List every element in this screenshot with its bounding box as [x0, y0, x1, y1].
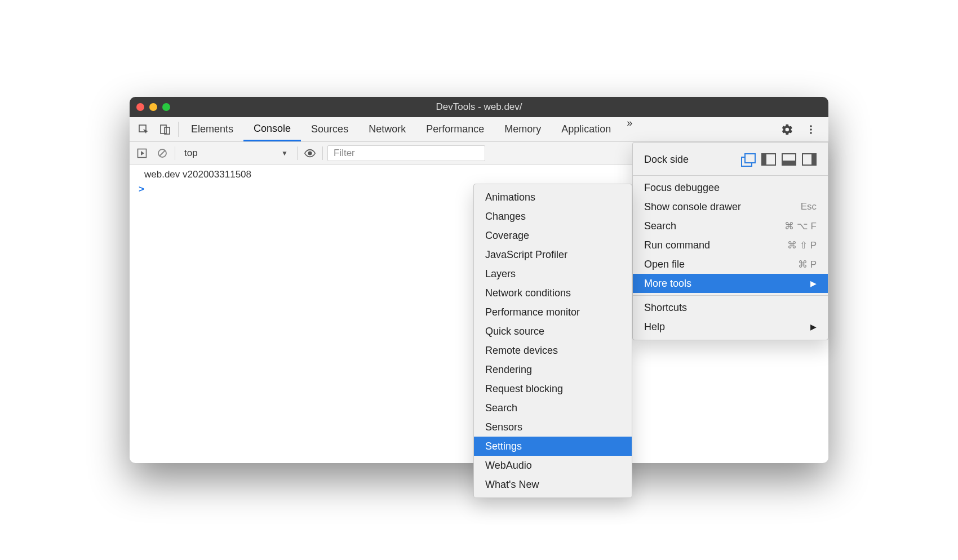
menu-item-label: Shortcuts: [644, 302, 687, 314]
submenu-item-webaudio[interactable]: WebAudio: [474, 456, 632, 475]
more-tabs-icon[interactable]: »: [621, 117, 638, 141]
panel-tabbar: Elements Console Sources Network Perform…: [130, 117, 828, 142]
kebab-menu-icon[interactable]: [800, 125, 822, 135]
device-toolbar-icon[interactable]: [154, 117, 176, 141]
more-tools-submenu: AnimationsChangesCoverageJavaScript Prof…: [473, 184, 632, 498]
menu-item-label: Search: [644, 220, 676, 232]
submenu-item-rendering[interactable]: Rendering: [474, 360, 632, 379]
menu-shortcut: Esc: [801, 201, 817, 212]
dock-side-row: Dock side: [633, 146, 828, 173]
submenu-item-remote-devices[interactable]: Remote devices: [474, 341, 632, 360]
menu-item-label: Run command: [644, 239, 710, 251]
submenu-item-quick-source[interactable]: Quick source: [474, 322, 632, 341]
devtools-window: DevTools - web.dev/ Elements Console Sou…: [130, 97, 828, 463]
submenu-item-label: WebAudio: [485, 460, 532, 472]
dock-left-icon[interactable]: [761, 153, 776, 166]
menu-shortcut: ⌘ ⇧ P: [787, 239, 817, 251]
separator: [175, 146, 175, 160]
submenu-item-sensors[interactable]: Sensors: [474, 417, 632, 437]
submenu-item-label: Sensors: [485, 421, 522, 433]
submenu-item-javascript-profiler[interactable]: JavaScript Profiler: [474, 245, 632, 264]
svg-point-3: [810, 125, 812, 127]
filter-input[interactable]: [327, 145, 485, 161]
submenu-item-label: Quick source: [485, 326, 544, 337]
svg-rect-1: [161, 125, 166, 134]
submenu-item-network-conditions[interactable]: Network conditions: [474, 283, 632, 303]
submenu-item-label: Network conditions: [485, 287, 571, 299]
dropdown-triangle-icon: ▼: [281, 149, 288, 157]
menu-item-label: Show console drawer: [644, 201, 741, 213]
submenu-item-performance-monitor[interactable]: Performance monitor: [474, 303, 632, 322]
separator: [322, 146, 323, 160]
menu-shortcut: ⌘ P: [798, 259, 817, 270]
dock-side-label: Dock side: [644, 154, 689, 166]
submenu-item-label: Search: [485, 402, 517, 414]
window-title: DevTools - web.dev/: [130, 101, 828, 113]
menu-focus-debuggee[interactable]: Focus debuggee: [633, 178, 828, 197]
submenu-item-label: Animations: [485, 192, 535, 203]
play-icon[interactable]: [134, 145, 150, 161]
menu-shortcut: ⌘ ⌥ F: [784, 220, 817, 232]
submenu-item-what-s-new[interactable]: What's New: [474, 475, 632, 494]
close-window-button[interactable]: [136, 103, 144, 111]
tab-application[interactable]: Application: [551, 117, 621, 141]
menu-open-file[interactable]: Open file ⌘ P: [633, 255, 828, 274]
tab-performance[interactable]: Performance: [416, 117, 494, 141]
submenu-item-request-blocking[interactable]: Request blocking: [474, 379, 632, 398]
tab-network[interactable]: Network: [358, 117, 416, 141]
menu-separator: [633, 295, 828, 296]
submenu-item-label: Coverage: [485, 230, 529, 242]
tab-sources[interactable]: Sources: [301, 117, 358, 141]
submenu-item-animations[interactable]: Animations: [474, 188, 632, 207]
submenu-item-layers[interactable]: Layers: [474, 264, 632, 283]
titlebar: DevTools - web.dev/: [130, 97, 828, 117]
settings-gear-icon[interactable]: [777, 123, 798, 136]
menu-more-tools[interactable]: More tools ▶: [633, 274, 828, 293]
submenu-item-coverage[interactable]: Coverage: [474, 226, 632, 245]
submenu-item-label: Remote devices: [485, 345, 558, 357]
menu-run-command[interactable]: Run command ⌘ ⇧ P: [633, 235, 828, 255]
context-selector[interactable]: top ▼: [180, 145, 292, 161]
eye-icon[interactable]: [302, 145, 318, 161]
svg-point-9: [308, 152, 312, 155]
inspect-element-icon[interactable]: [133, 117, 154, 141]
context-value: top: [184, 148, 198, 159]
menu-item-label: More tools: [644, 278, 691, 290]
submenu-item-label: What's New: [485, 479, 539, 491]
menu-help[interactable]: Help ▶: [633, 317, 828, 336]
submenu-item-label: Layers: [485, 268, 516, 280]
submenu-item-label: Rendering: [485, 364, 532, 376]
submenu-item-settings[interactable]: Settings: [474, 437, 632, 456]
menu-item-label: Open file: [644, 259, 685, 270]
menu-shortcuts[interactable]: Shortcuts: [633, 298, 828, 317]
submenu-item-label: Changes: [485, 211, 526, 223]
submenu-arrow-icon: ▶: [810, 322, 817, 331]
menu-item-label: Focus debuggee: [644, 182, 720, 194]
svg-point-4: [810, 128, 812, 131]
submenu-item-label: Performance monitor: [485, 306, 580, 318]
tab-elements[interactable]: Elements: [181, 117, 243, 141]
dock-right-icon[interactable]: [802, 153, 817, 166]
main-menu: Dock side Focus debuggee Show console dr…: [632, 142, 828, 340]
separator: [178, 122, 179, 137]
submenu-item-search[interactable]: Search: [474, 398, 632, 417]
clear-console-icon[interactable]: [154, 145, 170, 161]
dock-undock-icon[interactable]: [741, 153, 756, 166]
traffic-lights: [136, 103, 170, 111]
zoom-window-button[interactable]: [162, 103, 170, 111]
separator: [297, 146, 298, 160]
minimize-window-button[interactable]: [149, 103, 157, 111]
menu-show-console-drawer[interactable]: Show console drawer Esc: [633, 197, 828, 216]
dock-bottom-icon[interactable]: [782, 153, 796, 166]
svg-line-8: [159, 150, 165, 156]
tab-console[interactable]: Console: [243, 117, 301, 141]
submenu-item-changes[interactable]: Changes: [474, 207, 632, 226]
submenu-item-label: JavaScript Profiler: [485, 249, 567, 261]
submenu-item-label: Request blocking: [485, 383, 563, 395]
menu-search[interactable]: Search ⌘ ⌥ F: [633, 216, 828, 235]
svg-rect-2: [165, 127, 170, 134]
svg-point-5: [810, 132, 812, 134]
menu-separator: [633, 175, 828, 176]
tab-memory[interactable]: Memory: [494, 117, 551, 141]
submenu-arrow-icon: ▶: [810, 279, 817, 288]
